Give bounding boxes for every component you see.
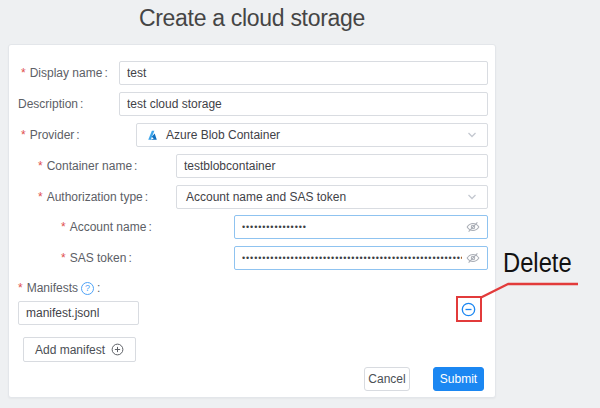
required-marker: *: [61, 215, 66, 239]
required-marker: *: [38, 185, 43, 209]
cancel-button[interactable]: Cancel: [364, 367, 410, 391]
required-marker: *: [18, 276, 23, 300]
authorization-type-select[interactable]: Account name and SAS token: [176, 185, 488, 209]
plus-circle-icon: [111, 343, 124, 356]
account-name-input[interactable]: ••••••••••••••••: [234, 215, 488, 239]
display-name-input[interactable]: [119, 61, 488, 85]
required-marker: *: [21, 61, 26, 85]
description-label: Description:: [18, 92, 83, 116]
required-marker: *: [21, 123, 26, 147]
question-circle-icon[interactable]: ?: [81, 282, 94, 295]
account-name-masked-value: ••••••••••••••••: [242, 216, 462, 238]
page-title: Create a cloud storage: [8, 5, 496, 32]
display-name-label: * Display name:: [21, 61, 108, 85]
provider-select[interactable]: Azure Blob Container: [136, 123, 488, 147]
sas-token-masked-value: ••••••••••••••••••••••••••••••••••••••••…: [242, 247, 462, 269]
container-name-label: * Container name:: [38, 154, 137, 178]
required-marker: *: [61, 246, 66, 270]
sas-token-label: * SAS token:: [61, 246, 132, 270]
authorization-type-value: Account name and SAS token: [186, 186, 459, 208]
provider-label: * Provider:: [21, 123, 80, 147]
add-manifest-button[interactable]: Add manifest: [23, 337, 136, 362]
delete-manifest-button[interactable]: [461, 302, 476, 317]
eye-invisible-icon[interactable]: [466, 220, 480, 234]
azure-logo-icon: [146, 129, 159, 142]
minus-circle-icon: [461, 302, 476, 317]
cloud-storage-form-panel: * Display name: Description: * Provider:…: [8, 44, 496, 398]
authorization-type-label: * Authorization type:: [38, 185, 148, 209]
container-name-input[interactable]: [176, 154, 488, 178]
manifests-label: * Manifests ? :: [18, 276, 100, 300]
eye-invisible-icon[interactable]: [466, 251, 480, 265]
submit-button[interactable]: Submit: [433, 367, 484, 391]
manifest-file-input[interactable]: [18, 301, 139, 325]
chevron-down-icon: [466, 129, 478, 141]
description-input[interactable]: [119, 92, 488, 116]
chevron-down-icon: [466, 191, 478, 203]
sas-token-input[interactable]: ••••••••••••••••••••••••••••••••••••••••…: [234, 246, 488, 270]
account-name-label: * Account name:: [61, 215, 152, 239]
required-marker: *: [38, 154, 43, 178]
annotation-delete-label: Delete: [503, 248, 572, 279]
provider-value: Azure Blob Container: [166, 124, 459, 146]
